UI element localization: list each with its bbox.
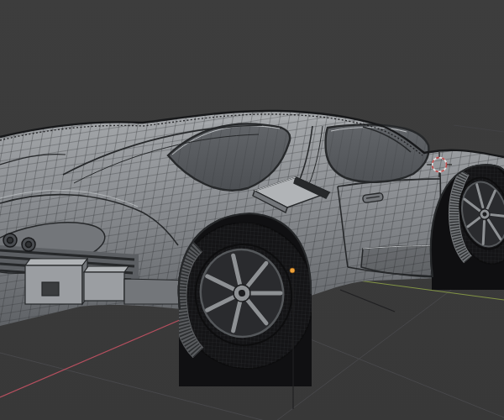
exhaust-inset [42,282,59,296]
screenshot-root [0,0,504,420]
origin-dot[interactable] [290,268,295,273]
3d-viewport[interactable] [0,0,504,420]
side-window [326,124,429,181]
